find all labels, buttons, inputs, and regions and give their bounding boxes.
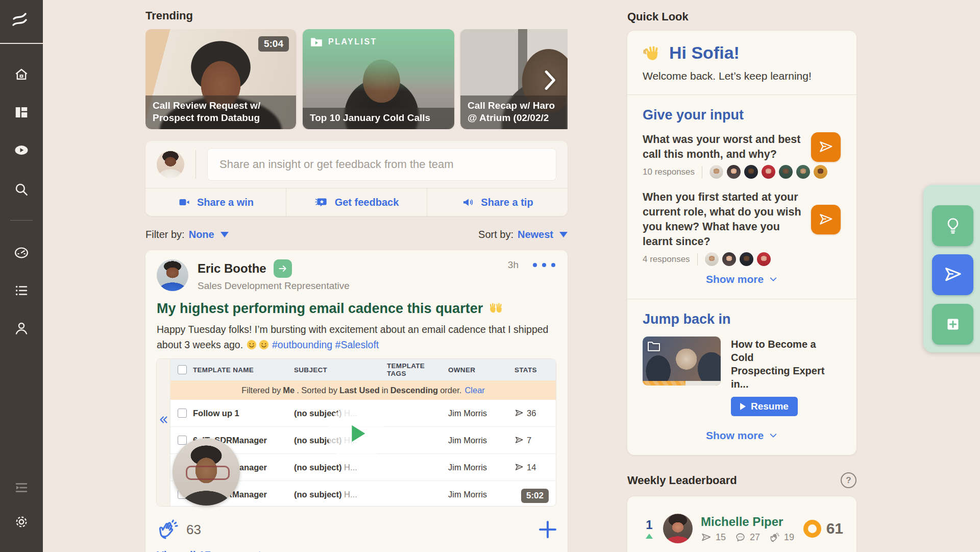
- collapse-chevrons-icon[interactable]: [158, 414, 169, 425]
- responder-avatars[interactable]: [709, 165, 827, 179]
- clap-stat-icon: [769, 532, 780, 543]
- add-reaction-button[interactable]: [539, 521, 556, 538]
- composer-input[interactable]: [207, 148, 556, 181]
- sort-caret-icon[interactable]: [559, 232, 568, 237]
- trending-card-playlist[interactable]: PLAYLIST Top 10 January Cold Calls: [303, 29, 454, 129]
- sidebar-divider: [10, 220, 33, 221]
- sidebar-item-home[interactable]: [13, 66, 30, 83]
- clap-reaction[interactable]: 63: [157, 518, 201, 541]
- col-header[interactable]: STATS: [514, 366, 556, 374]
- col-header[interactable]: OWNER: [448, 366, 514, 374]
- lightbulb-icon: [944, 217, 962, 235]
- col-header[interactable]: TEMPLATE TAGS: [387, 362, 448, 377]
- leaderboard-heading-row: Weekly Leaderboard ?: [627, 472, 856, 488]
- filter-caret-icon[interactable]: [220, 232, 229, 237]
- post-reactions: 63: [157, 518, 556, 541]
- send-stat-icon: [701, 532, 712, 543]
- clear-filter-link[interactable]: Clear: [464, 386, 484, 395]
- plus-square-icon: [944, 315, 962, 333]
- trending-card-call-review[interactable]: 5:04 Call Review Request w/ Prospect fro…: [145, 29, 296, 129]
- row-checkbox[interactable]: [178, 436, 187, 445]
- responder-avatars[interactable]: [705, 252, 771, 266]
- video-caption: Top 10 January Cold Calls: [303, 108, 454, 129]
- clap-count: 63: [186, 522, 201, 538]
- answer-question-button[interactable]: [811, 132, 841, 162]
- avatar: [762, 165, 775, 179]
- chevron-down-icon: [769, 275, 778, 284]
- send-icon: [818, 212, 834, 227]
- current-user-avatar[interactable]: [157, 151, 184, 178]
- progress-bar: [643, 381, 721, 386]
- video-play-button[interactable]: [328, 405, 385, 462]
- quick-look-column: Quick Look Hi Sofia! Welcome back. Let’s…: [627, 0, 856, 552]
- post-options-menu[interactable]: [532, 260, 556, 270]
- send-icon: [818, 139, 834, 155]
- resume-button[interactable]: Resume: [731, 397, 798, 416]
- leader-name[interactable]: Michelle Piper: [701, 515, 803, 529]
- presenter-webcam-bubble: [173, 438, 240, 506]
- sidebar-item-collapse-menu[interactable]: [13, 479, 30, 496]
- score-donut-icon: [803, 520, 821, 538]
- author-role: Sales Development Representative: [198, 280, 508, 292]
- question-text: When you first started at your current r…: [643, 190, 811, 249]
- folder-icon: [647, 341, 661, 352]
- col-header[interactable]: TEMPLATE NAME: [193, 366, 294, 374]
- sidebar-item-videos[interactable]: [13, 141, 30, 159]
- sidebar-item-people[interactable]: [13, 320, 30, 337]
- waving-hand-emoji: [643, 44, 662, 62]
- sidebar-item-lists[interactable]: [13, 282, 30, 299]
- send-stat-icon: [514, 409, 524, 418]
- row-checkbox[interactable]: [178, 409, 187, 418]
- app-sidebar: [0, 0, 43, 552]
- course-thumbnail[interactable]: [643, 337, 721, 386]
- sidebar-item-search[interactable]: [13, 181, 30, 198]
- share-win-button[interactable]: Share a win: [145, 188, 286, 216]
- indent-menu-icon: [14, 480, 29, 495]
- get-feedback-button[interactable]: Get feedback: [286, 188, 427, 216]
- composer-divider: [195, 150, 196, 179]
- input-question: What was your worst and best call this m…: [643, 132, 841, 162]
- responses-count: 10 responses: [643, 167, 695, 177]
- comment-stat-icon: [735, 532, 746, 543]
- salesloft-logo[interactable]: [0, 0, 43, 44]
- video-camera-icon: [178, 196, 191, 208]
- sort-value[interactable]: Newest: [518, 229, 553, 241]
- tip-lightbulb-button[interactable]: [932, 205, 973, 246]
- carousel-next-button[interactable]: [538, 69, 561, 91]
- jump-back-section: Jump back in How to Become a Cold Prospe…: [627, 299, 856, 455]
- greeting-section: Hi Sofia! Welcome back. Let’s keep learn…: [627, 31, 856, 94]
- leaderboard-row[interactable]: 1 Michelle Piper 15 27 19 61: [641, 514, 843, 543]
- sidebar-item-settings[interactable]: [13, 513, 30, 531]
- share-tip-button[interactable]: Share a tip: [427, 188, 568, 216]
- list-icon: [14, 283, 29, 298]
- help-icon[interactable]: ?: [841, 472, 856, 488]
- view-comments-link[interactable]: View all 17 comments: [157, 549, 556, 552]
- author-arrow-badge[interactable]: [274, 259, 292, 278]
- col-header[interactable]: SUBJECT: [294, 366, 387, 374]
- chevron-right-icon: [541, 69, 558, 91]
- post-hashtags[interactable]: #outbounding #Salesloft: [272, 339, 379, 350]
- table-header-row: TEMPLATE NAME SUBJECT TEMPLATE TAGS OWNE…: [170, 359, 556, 380]
- person-icon: [14, 321, 29, 336]
- avatar: [663, 514, 693, 543]
- sort-by-control: Sort by: Newest: [478, 229, 568, 241]
- feed-column: Trending 5:04 Call Review Request w/ Pro…: [145, 0, 568, 552]
- folder-play-icon: [310, 36, 323, 47]
- filter-value[interactable]: None: [189, 229, 214, 241]
- share-send-button[interactable]: [932, 254, 973, 295]
- author-avatar[interactable]: [157, 259, 188, 291]
- trending-carousel: 5:04 Call Review Request w/ Prospect fro…: [145, 29, 568, 129]
- give-input-show-more[interactable]: Show more: [643, 271, 841, 286]
- select-all-checkbox[interactable]: [178, 365, 187, 374]
- sidebar-item-dashboard[interactable]: [13, 104, 30, 121]
- answer-question-button[interactable]: [811, 205, 841, 234]
- sidebar-item-performance[interactable]: [13, 244, 30, 261]
- course-item: How to Become a Cold Prospecting Expert …: [643, 337, 841, 416]
- post-meta: 3h: [508, 259, 556, 271]
- leaderboard-heading: Weekly Leaderboard: [627, 474, 737, 487]
- course-title[interactable]: How to Become a Cold Prospecting Expert …: [731, 338, 841, 391]
- avatar: [709, 165, 723, 179]
- add-content-button[interactable]: [932, 304, 973, 345]
- author-name[interactable]: Eric Boothe: [198, 261, 266, 276]
- jump-back-show-more[interactable]: Show more: [643, 427, 841, 443]
